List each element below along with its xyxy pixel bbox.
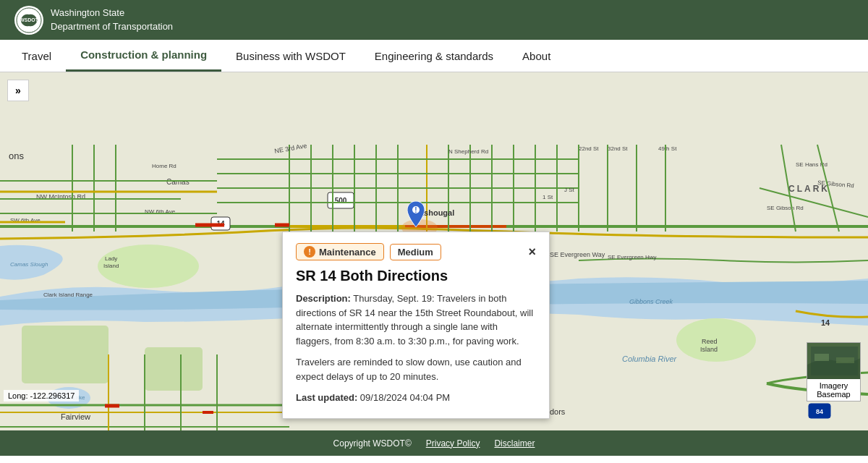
popup-reminder: Travelers are reminded to slow down, use… [296, 355, 536, 383]
nav-about[interactable]: About [508, 40, 565, 72]
svg-text:J St: J St [564, 187, 575, 193]
copyright-text: Copyright WSDOT© [333, 438, 412, 449]
close-button[interactable]: × [528, 245, 536, 260]
svg-text:1 St: 1 St [542, 194, 553, 200]
svg-rect-103 [814, 354, 829, 361]
svg-text:WSDOT: WSDOT [20, 17, 39, 22]
wsdot-logo: WSDOT [14, 6, 43, 35]
maintenance-icon: ! [304, 246, 315, 258]
svg-text:Gibbons Creek: Gibbons Creek [629, 298, 673, 305]
svg-text:22nd St: 22nd St [579, 145, 599, 152]
expand-button[interactable]: » [7, 80, 29, 101]
svg-text:14: 14 [821, 318, 830, 327]
popup-body: Description: Thursday, Sept. 19: Travele… [296, 292, 536, 405]
imagery-thumbnail [807, 343, 861, 379]
map-pin: ! [407, 201, 425, 230]
svg-text:84: 84 [816, 408, 823, 415]
last-updated-label: Last updated: [296, 392, 357, 403]
maintenance-badge: ! Maintenance [296, 243, 384, 260]
nav-construction[interactable]: Construction & planning [66, 40, 221, 72]
site-footer: Copyright WSDOT© Privacy Policy Disclaim… [0, 430, 868, 456]
last-updated-value: 09/18/2024 04:04 PM [357, 392, 450, 403]
site-header: WSDOT Washington State Department of Tra… [0, 0, 868, 40]
svg-text:ons: ons [9, 150, 24, 161]
svg-text:Reed: Reed [702, 338, 718, 345]
description-label: Description: [296, 293, 351, 304]
svg-text:Columbia River: Columbia River [622, 354, 678, 363]
svg-text:Island: Island [700, 346, 718, 353]
svg-text:Lady: Lady [105, 255, 117, 262]
popup-header: ! Maintenance Medium × [296, 243, 536, 260]
map-controls: » [7, 80, 29, 101]
svg-text:Island: Island [103, 263, 119, 269]
coordinates-display: Long: -122.296317 [4, 390, 79, 402]
svg-text:Clark Island Range: Clark Island Range [43, 292, 93, 298]
logo-text: Washington State Department of Transport… [51, 7, 173, 33]
svg-text:!: ! [414, 206, 417, 214]
svg-text:SE Evergreen Hwy: SE Evergreen Hwy [608, 254, 657, 260]
main-navigation: Travel Construction & planning Business … [0, 40, 868, 72]
svg-text:32nd St: 32nd St [608, 145, 628, 152]
svg-text:N Shepherd Rd: N Shepherd Rd [448, 148, 488, 155]
svg-text:49th St: 49th St [658, 145, 677, 152]
logo-area: WSDOT Washington State Department of Tra… [14, 6, 173, 35]
svg-text:Fairview: Fairview [61, 412, 90, 421]
svg-rect-5 [145, 347, 203, 391]
svg-text:Camas: Camas [166, 178, 190, 186]
imagery-label: ImageryBasemap [807, 379, 860, 401]
svg-rect-104 [836, 357, 854, 363]
privacy-policy-link[interactable]: Privacy Policy [426, 438, 480, 449]
nav-travel[interactable]: Travel [7, 40, 66, 72]
medium-badge: Medium [390, 244, 441, 260]
svg-text:500: 500 [335, 197, 347, 205]
popup-description: Description: Thursday, Sept. 19: Travele… [296, 292, 536, 348]
nav-business[interactable]: Business with WSDOT [221, 40, 360, 72]
svg-text:Home Rd: Home Rd [152, 163, 176, 169]
map-container[interactable]: 14 500 84 14 NW McIntosh Rd [0, 72, 868, 430]
nav-engineering[interactable]: Engineering & standards [360, 40, 508, 72]
svg-text:Camas Slough: Camas Slough [10, 261, 48, 268]
info-popup: ! Maintenance Medium × SR 14 Both Direct… [282, 232, 550, 419]
imagery-basemap-button[interactable]: ImageryBasemap [807, 342, 861, 402]
svg-text:SE Evergreen Way: SE Evergreen Way [550, 251, 605, 258]
svg-rect-4 [22, 326, 109, 383]
popup-last-updated: Last updated: 09/18/2024 04:04 PM [296, 391, 536, 405]
popup-title: SR 14 Both Directions [296, 268, 536, 284]
svg-text:SE Gibson Rd: SE Gibson Rd [767, 205, 804, 211]
disclaimer-link[interactable]: Disclaimer [494, 438, 535, 449]
